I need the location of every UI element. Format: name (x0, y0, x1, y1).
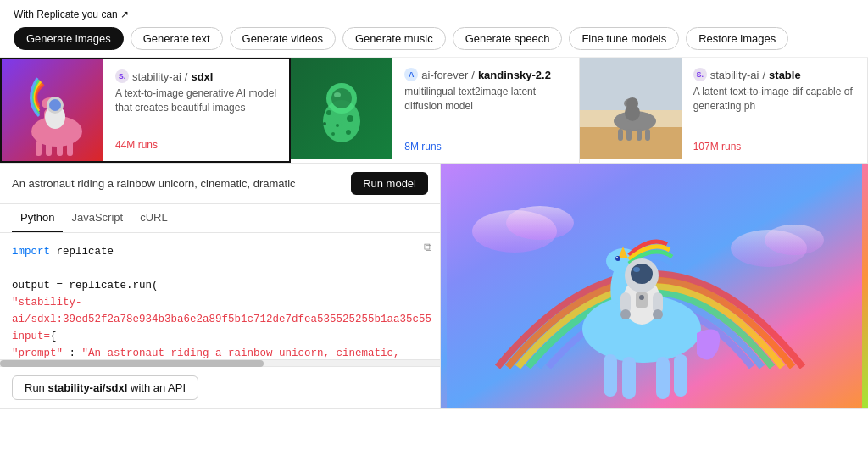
stable-thumbnail-svg (580, 58, 682, 159)
author-slash-stable: / (762, 69, 765, 81)
code-header: An astronaut riding a rainbow unicorn, c… (0, 164, 440, 204)
code-panel: An astronaut riding a rainbow unicorn, c… (0, 164, 441, 408)
model-card-img-stable (580, 58, 682, 159)
code-line-input-open: input={ (12, 328, 428, 345)
pill-generate-music[interactable]: Generate music (342, 27, 446, 50)
model-cards-row: S. stability-ai / sdxl A text-to-image g… (0, 58, 868, 164)
author-name-stable: stability-ai (710, 69, 760, 81)
demo-section: An astronaut riding a rainbow unicorn, c… (0, 164, 868, 409)
svg-point-55 (620, 309, 631, 319)
svg-point-19 (346, 130, 351, 135)
model-runs-kandinsky: 8M runs (404, 141, 566, 153)
tab-curl[interactable]: cURL (131, 204, 176, 232)
api-run-model-bold: stability-ai/sdxl (47, 381, 127, 394)
sdxl-thumbnail-svg (2, 59, 103, 161)
model-card-kandinsky[interactable]: A ai-forever / kandinsky-2.2 multilingua… (291, 58, 579, 163)
kandinsky-thumbnail-svg (291, 58, 392, 159)
code-line-output: output = replicate.run( (12, 277, 428, 294)
svg-rect-43 (604, 354, 617, 397)
model-name-kandinsky: kandinsky-2.2 (478, 69, 551, 81)
run-model-button[interactable]: Run model (351, 172, 428, 195)
svg-rect-30 (626, 129, 632, 141)
author-slash-sdxl: / (185, 70, 188, 83)
svg-point-47 (615, 256, 620, 261)
prompt-key: "prompt" (12, 347, 63, 359)
svg-point-20 (323, 122, 326, 125)
svg-point-21 (334, 92, 341, 97)
code-line-import: import replicate (12, 243, 428, 260)
model-card-img-kandinsky (291, 58, 392, 159)
model-card-sdxl[interactable]: S. stability-ai / sdxl A text-to-image g… (0, 58, 291, 163)
code-tabs: Python JavaScript cURL (0, 204, 440, 233)
pill-fine-tune[interactable]: Fine tune models (569, 27, 679, 50)
author-name-kandinsky: ai-forever (421, 69, 468, 81)
copy-icon[interactable]: ⧉ (424, 240, 431, 258)
svg-point-39 (765, 225, 824, 255)
svg-point-52 (633, 267, 640, 272)
api-run-bar: Run stability-ai/sdxl with an API (0, 366, 440, 408)
svg-rect-4 (36, 141, 42, 156)
api-run-button[interactable]: Run stability-ai/sdxl with an API (12, 375, 198, 400)
top-bar: With Replicate you can ↗ Generate images… (0, 0, 868, 58)
pill-generate-videos[interactable]: Generate videos (230, 27, 336, 50)
svg-rect-46 (674, 354, 687, 397)
svg-point-14 (331, 88, 352, 108)
model-card-content-kandinsky: A ai-forever / kandinsky-2.2 multilingua… (392, 58, 578, 163)
author-slash-kandinsky: / (471, 69, 475, 81)
output-image (441, 164, 868, 408)
model-desc-kandinsky: multilingual text2image latent diffusion… (404, 85, 566, 114)
svg-rect-45 (656, 357, 670, 399)
svg-point-51 (631, 264, 653, 284)
svg-point-16 (336, 124, 339, 127)
svg-rect-31 (637, 129, 642, 141)
code-line-prompt: "prompt" : "An astronaut riding a rainbo… (12, 345, 428, 359)
model-card-img-sdxl (2, 59, 103, 161)
author-icon-stable: S. (693, 68, 707, 81)
pill-generate-text[interactable]: Generate text (131, 27, 223, 50)
import-keyword: import (12, 246, 50, 258)
svg-point-34 (626, 97, 638, 109)
svg-point-37 (506, 206, 574, 240)
author-icon-kandinsky: A (404, 68, 418, 81)
code-scrollbar[interactable] (0, 359, 440, 366)
model-author-kandinsky: A ai-forever / kandinsky-2.2 (404, 68, 566, 81)
model-author-sdxl: S. stability-ai / sdxl (115, 69, 277, 83)
code-body[interactable]: ⧉ import replicate output = replicate.ru… (0, 233, 440, 359)
model-name-stable: stable (769, 69, 801, 81)
scrollbar-thumb (0, 360, 264, 367)
model-card-content-sdxl: S. stability-ai / sdxl A text-to-image g… (103, 59, 289, 161)
pill-generate-speech[interactable]: Generate speech (453, 27, 563, 50)
hint-text: With Replicate you can ↗ (14, 8, 854, 20)
tab-javascript[interactable]: JavaScript (63, 204, 131, 232)
model-card-stable[interactable]: S. stability-ai / stable A latent text-t… (580, 58, 868, 163)
svg-rect-44 (622, 357, 636, 399)
model-runs-stable: 107M runs (693, 141, 855, 153)
brace-open: { (50, 331, 57, 342)
model-author-stable: S. stability-ai / stable (693, 68, 855, 81)
svg-rect-5 (46, 141, 52, 156)
svg-point-56 (653, 309, 663, 319)
prompt-text: An astronaut riding a rainbow unicorn, c… (12, 177, 341, 190)
output-var: output = replicate.run( (12, 280, 159, 292)
pill-restore-images[interactable]: Restore images (686, 27, 788, 50)
svg-point-48 (616, 257, 618, 258)
author-icon-sdxl: S. (115, 69, 129, 83)
model-id-string: "stability-ai/sdxl:39ed52f2a78e934b3ba6e… (12, 297, 431, 325)
code-line-model-id: "stability-ai/sdxl:39ed52f2a78e934b3ba6e… (12, 294, 428, 328)
svg-rect-6 (57, 141, 63, 156)
svg-rect-32 (645, 129, 650, 141)
api-run-suffix: with an API (131, 381, 186, 394)
svg-point-58 (639, 295, 644, 300)
tab-python[interactable]: Python (12, 204, 63, 232)
svg-rect-29 (618, 129, 623, 141)
hint-label: With Replicate you can (14, 8, 118, 20)
svg-point-18 (331, 132, 335, 136)
model-name-sdxl: sdxl (191, 70, 213, 83)
svg-point-10 (49, 99, 61, 111)
output-scene-svg (447, 164, 862, 408)
pill-generate-images[interactable]: Generate images (14, 27, 124, 50)
author-name-sdxl: stability-ai (132, 70, 181, 83)
import-module: replicate (57, 246, 114, 258)
pill-buttons-container: Generate images Generate text Generate v… (14, 27, 854, 50)
model-desc-sdxl: A text-to-image generative AI model that… (115, 86, 277, 115)
